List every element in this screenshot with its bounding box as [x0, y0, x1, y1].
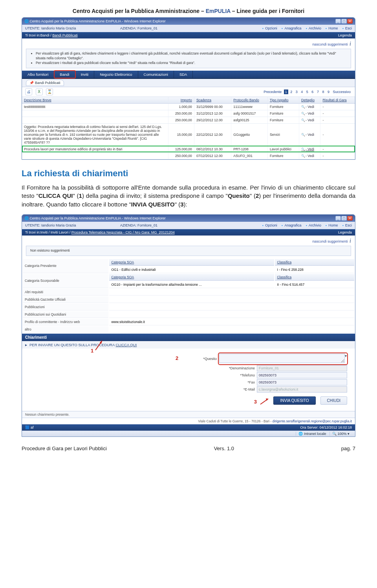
- chiarimenti-header: Chiarimenti: [22, 334, 355, 341]
- col-scadenza[interactable]: Scadenza: [194, 97, 231, 104]
- footer-right: pag. 7: [341, 446, 355, 451]
- hide-suggestions[interactable]: nascondi suggerimenti i: [26, 238, 351, 244]
- col-risultati[interactable]: Risultati di Gara: [320, 97, 355, 104]
- maximize-icon[interactable]: □: [341, 216, 347, 221]
- section-heading: La richiesta di chiarimenti: [22, 168, 355, 179]
- link-esci[interactable]: Esci: [341, 223, 352, 227]
- field-value: [109, 326, 354, 333]
- tab-sda[interactable]: SDA: [174, 71, 193, 78]
- link-opzioni[interactable]: Opzioni: [261, 223, 277, 227]
- col-tipo[interactable]: Tipo Appalto: [268, 97, 299, 104]
- hide-suggestions[interactable]: nascondi suggerimenti i: [26, 41, 351, 47]
- invia-quesito-button[interactable]: INVIA QUESITO: [273, 396, 315, 405]
- pager-next[interactable]: Successivo: [331, 89, 352, 94]
- suggestion-1: Per visualizzare gli atti di gara, richi…: [36, 51, 347, 61]
- crumb-current[interactable]: Bandi Pubblicati: [52, 33, 78, 37]
- cell-desc: [22, 152, 168, 159]
- azienda-label: AZIENDA: Fornitore_01: [120, 26, 157, 30]
- tab-albo[interactable]: Albo fornitori: [22, 71, 54, 78]
- crumb-prefix: Ti trovi in:Bandi /: [25, 33, 52, 37]
- breadcrumb: Ti trovi in:Inviti / Inviti Lavori / Pro…: [22, 229, 355, 236]
- pager-page-4[interactable]: 4: [300, 89, 304, 94]
- cell-dettaglio[interactable]: - Vedi: [299, 103, 320, 110]
- link-legenda[interactable]: Legenda: [338, 230, 352, 234]
- doc-header-left: Centro Acquisti per la Pubblica Amminist…: [73, 8, 206, 14]
- main-menu: Albo fornitori Bandi Inviti Negozio Elet…: [22, 71, 355, 79]
- col-protocollo[interactable]: Protocollo Bando: [231, 97, 268, 104]
- col-importo[interactable]: Importo: [168, 97, 194, 104]
- hourglass-icon[interactable]: ⌛: [46, 88, 53, 95]
- footer-email[interactable]: dirigente.seraffarigenerali.regione@pec.…: [273, 419, 352, 423]
- pager-page-3[interactable]: 3: [295, 89, 299, 94]
- pager: Precedente 1 2 3 4 5 6 7 8 9 Successivo: [262, 90, 352, 94]
- close-icon[interactable]: ×: [347, 216, 353, 221]
- link-home[interactable]: Home: [324, 26, 338, 30]
- link-opzioni[interactable]: Opzioni: [261, 26, 277, 30]
- bandi-table: Descrizione Breve Importo Scadenza Proto…: [22, 97, 355, 159]
- crumb-current[interactable]: Procedura Telematica Negoziata - CIG / N…: [71, 230, 175, 234]
- cell-dettaglio[interactable]: - Vedi: [299, 123, 320, 146]
- cell-desc: [22, 117, 168, 123]
- export-excel-icon[interactable]: X: [36, 88, 43, 95]
- pager-page-1[interactable]: 1: [284, 89, 288, 94]
- window-title: Centro Acquisti per la Pubblica Amminist…: [30, 19, 166, 23]
- body-paragraph: Il Fornitore ha la possibilità di sottop…: [22, 183, 355, 209]
- cell-risultati: -: [320, 123, 355, 146]
- cell-risultati: -: [320, 152, 355, 159]
- expand-icon: ▸: [25, 343, 27, 347]
- cell-dettaglio[interactable]: - Vedi: [299, 110, 320, 117]
- sub-value: OG1 - Edifici civili e industriali: [109, 267, 274, 273]
- cell-protocollo: asfg 00001517: [231, 110, 268, 117]
- minimize-icon[interactable]: _: [335, 216, 341, 221]
- cell-scadenza: 31/12/2013 12.00: [194, 110, 231, 117]
- link-home[interactable]: Home: [324, 223, 338, 227]
- footer-address: Viale Caduti di Tutte le Guerre, 15 - 70…: [198, 419, 272, 423]
- telefono-input[interactable]: [257, 372, 347, 378]
- link-legenda[interactable]: Legenda: [338, 33, 352, 37]
- app-topbar: UTENTE: Iandiorio Maria Grazia AZIENDA: …: [22, 25, 355, 32]
- zoom-level[interactable]: 🔍 100%: [332, 432, 347, 436]
- print-icon[interactable]: 🖨: [25, 88, 32, 95]
- link-esci[interactable]: Esci: [341, 26, 352, 30]
- maximize-icon[interactable]: □: [341, 19, 347, 24]
- field-value: [109, 304, 354, 310]
- app-topbar: UTENTE: Iandiorio Maria Grazia AZIENDA: …: [22, 222, 355, 229]
- cell-tipo: Forniture: [268, 110, 299, 117]
- tab-bandi[interactable]: Bandi: [54, 71, 75, 78]
- subtab-bandi-pubblicati[interactable]: 📌Bandi Pubblicati: [26, 80, 64, 86]
- pager-page-8[interactable]: 8: [321, 89, 325, 94]
- callout-2: 2: [176, 355, 178, 361]
- pager-page-7[interactable]: 7: [316, 89, 320, 94]
- cell-importo: 250.000,00: [168, 117, 194, 123]
- fax-input[interactable]: [257, 379, 347, 385]
- user-label: UTENTE: Iandiorio Maria Grazia: [25, 223, 76, 227]
- cell-tipo: Servizi: [268, 123, 299, 146]
- link-anagrafica[interactable]: Anagrafica: [280, 223, 301, 227]
- col-desc[interactable]: Descrizione Breve: [22, 97, 168, 104]
- link-archivio[interactable]: Archivio: [305, 26, 321, 30]
- cell-dettaglio[interactable]: - Vedi: [299, 117, 320, 123]
- content-footer: Nessun chiarimento presente.: [22, 411, 355, 418]
- quesito-input[interactable]: [219, 354, 345, 363]
- chiudi-button[interactable]: CHIUDI: [320, 396, 347, 405]
- clicca-qui-link[interactable]: CLICCA QUI: [115, 343, 137, 347]
- pager-page-9[interactable]: 9: [326, 89, 331, 94]
- close-icon[interactable]: ×: [347, 19, 353, 24]
- toolbar: 🖨 X ⌛ Precedente 1 2 3 4 5 6 7 8 9 Succe…: [22, 87, 355, 97]
- pager-prev[interactable]: Precedente: [262, 89, 283, 94]
- tab-comunicazioni[interactable]: Comunicazioni: [138, 71, 174, 78]
- link-archivio[interactable]: Archivio: [305, 223, 321, 227]
- field-label: Pubblicazioni sui Quotidiani: [23, 311, 108, 318]
- tab-negozio[interactable]: Negozio Elettronico: [94, 71, 138, 78]
- cell-dettaglio[interactable]: - Vedi: [299, 152, 320, 159]
- pager-page-5[interactable]: 5: [305, 89, 309, 94]
- col-dettaglio[interactable]: Dettaglio: [299, 97, 320, 104]
- tab-inviti[interactable]: Inviti: [75, 71, 95, 78]
- pager-page-6[interactable]: 6: [310, 89, 315, 94]
- table-row: testttttttttttttttttt1.000,0031/12/9999 …: [22, 103, 355, 110]
- minimize-icon[interactable]: _: [335, 19, 341, 24]
- link-anagrafica[interactable]: Anagrafica: [280, 26, 301, 30]
- pager-page-2[interactable]: 2: [289, 89, 293, 94]
- cell-risultati: -: [320, 146, 355, 152]
- cell-dettaglio[interactable]: - Vedi: [299, 146, 320, 152]
